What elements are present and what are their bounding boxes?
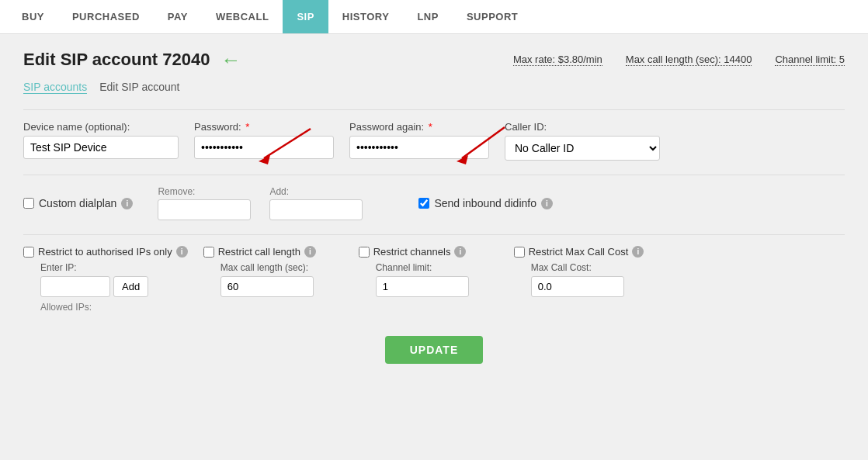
restrict-max-call-cost-label: Restrict Max Call Cost <box>529 246 629 258</box>
enter-ip-label: Enter IP: <box>40 262 188 273</box>
channel-limit: Channel limit: 5 <box>775 54 845 66</box>
ip-row: Add <box>40 276 188 297</box>
allowed-ips-label: Allowed IPs: <box>23 302 188 313</box>
restrict-ip-block: Restrict to authorised IPs only i Enter … <box>23 246 203 313</box>
restrict-channels-header: Restrict channels i <box>359 246 498 258</box>
password-again-input[interactable] <box>349 136 489 159</box>
enter-ip-subfield: Enter IP: Add <box>23 262 188 297</box>
divider-3 <box>23 234 845 235</box>
max-call-length-input[interactable] <box>220 276 314 297</box>
green-arrow-icon: ← <box>220 50 241 70</box>
header-right: Max rate: $3.80/min Max call length (sec… <box>513 54 845 66</box>
header-left: Edit SIP account 72040 ← <box>23 50 241 70</box>
restrict-channels-info-icon: i <box>454 246 466 258</box>
restrict-channels-label: Restrict channels <box>373 246 451 258</box>
restrict-ip-header: Restrict to authorised IPs only i <box>23 246 188 258</box>
device-name-input[interactable] <box>23 136 179 159</box>
breadcrumb: SIP accounts Edit SIP account <box>23 81 845 94</box>
restrict-ip-info-icon: i <box>176 246 188 258</box>
caller-id-select[interactable]: No Caller ID <box>505 136 660 161</box>
restrict-channels-checkbox[interactable] <box>359 247 370 258</box>
remove-input[interactable] <box>158 199 251 220</box>
nav-history[interactable]: HISTORY <box>328 0 404 33</box>
custom-dialplan-group: Custom dialplan i <box>23 197 133 209</box>
max-rate: Max rate: $3.80/min <box>513 54 602 66</box>
top-navigation: BUY PURCHASED PAY WEBCALL SIP HISTORY LN… <box>0 0 868 34</box>
nav-purchased[interactable]: PURCHASED <box>58 0 154 33</box>
nav-webcall[interactable]: WEBCALL <box>202 0 283 33</box>
nav-support[interactable]: SUPPORT <box>453 0 532 33</box>
update-button[interactable]: UPDATE <box>385 336 484 364</box>
password-label: Password: * <box>194 121 334 133</box>
password-again-group: Password again: * <box>349 121 489 159</box>
update-row: UPDATE <box>23 336 845 364</box>
add-label: Add: <box>269 186 289 197</box>
divider-2 <box>23 175 845 175</box>
password-input[interactable] <box>194 136 334 159</box>
channel-limit-input[interactable] <box>376 276 469 297</box>
dialplan-add-group: Add: <box>269 186 363 220</box>
dialplan-remove-group: Remove: <box>158 186 251 220</box>
nav-lnp[interactable]: LNP <box>403 0 453 33</box>
restrict-max-call-cost-header: Restrict Max Call Cost i <box>514 246 654 258</box>
page-title: Edit SIP account 72040 <box>23 50 210 70</box>
device-name-label: Device name (optional): <box>23 121 179 133</box>
nav-sip[interactable]: SIP <box>283 0 328 33</box>
channel-limit-label: Channel limit: <box>376 262 498 273</box>
dialplan-row: Custom dialplan i Remove: Add: Send inbo… <box>23 186 845 220</box>
custom-dialplan-info-icon: i <box>121 198 133 209</box>
restrict-ip-checkbox[interactable] <box>23 247 34 258</box>
max-call-length-subfield: Max call length (sec): <box>203 262 343 297</box>
send-inbound-checkbox[interactable] <box>418 198 429 209</box>
restrict-call-length-block: Restrict call length i Max call length (… <box>203 246 359 297</box>
restrict-call-length-label: Restrict call length <box>218 246 300 258</box>
caller-id-group: Caller ID: No Caller ID <box>505 121 660 161</box>
max-call-cost-subfield: Max Call Cost: <box>514 262 654 297</box>
add-input[interactable] <box>269 199 363 220</box>
breadcrumb-sip-accounts[interactable]: SIP accounts <box>23 81 87 94</box>
restrict-max-call-cost-checkbox[interactable] <box>514 247 525 258</box>
breadcrumb-current: Edit SIP account <box>99 81 179 94</box>
restrict-call-length-header: Restrict call length i <box>203 246 343 258</box>
page-body: Edit SIP account 72040 ← Max rate: $3.80… <box>0 34 868 379</box>
max-call-length: Max call length (sec): 14400 <box>626 54 752 66</box>
restrict-call-length-info-icon: i <box>304 246 316 258</box>
options-row: Restrict to authorised IPs only i Enter … <box>23 246 845 313</box>
max-call-cost-input[interactable] <box>531 276 624 297</box>
enter-ip-input[interactable] <box>40 276 110 297</box>
remove-label: Remove: <box>158 186 195 197</box>
nav-buy[interactable]: BUY <box>8 0 58 33</box>
device-name-group: Device name (optional): <box>23 121 179 159</box>
main-fields-row: Device name (optional): Password: * Pass… <box>23 121 845 161</box>
nav-pay[interactable]: PAY <box>154 0 202 33</box>
max-call-cost-label: Max Call Cost: <box>531 262 654 273</box>
send-inbound-group: Send inbound didinfo i <box>418 197 553 209</box>
password-again-required: * <box>429 121 432 133</box>
divider <box>23 109 845 110</box>
header-row: Edit SIP account 72040 ← Max rate: $3.80… <box>23 50 845 70</box>
send-inbound-label: Send inbound didinfo <box>434 197 536 209</box>
password-again-label: Password again: * <box>349 121 489 133</box>
password-group: Password: * <box>194 121 334 159</box>
restrict-channels-block: Restrict channels i Channel limit: <box>359 246 514 297</box>
custom-dialplan-label: Custom dialplan <box>39 197 116 209</box>
restrict-max-call-cost-info-icon: i <box>632 246 644 258</box>
caller-id-label: Caller ID: <box>505 121 660 133</box>
form-section: Device name (optional): Password: * Pass… <box>23 121 845 364</box>
password-required: * <box>245 121 249 133</box>
restrict-ip-label: Restrict to authorised IPs only <box>38 246 172 258</box>
channel-limit-subfield: Channel limit: <box>359 262 498 297</box>
restrict-call-length-checkbox[interactable] <box>203 247 214 258</box>
custom-dialplan-checkbox[interactable] <box>23 198 34 209</box>
send-inbound-info-icon: i <box>541 198 553 209</box>
restrict-max-call-cost-block: Restrict Max Call Cost i Max Call Cost: <box>514 246 669 297</box>
max-call-length-label: Max call length (sec): <box>220 262 343 273</box>
add-ip-button[interactable]: Add <box>113 276 148 297</box>
